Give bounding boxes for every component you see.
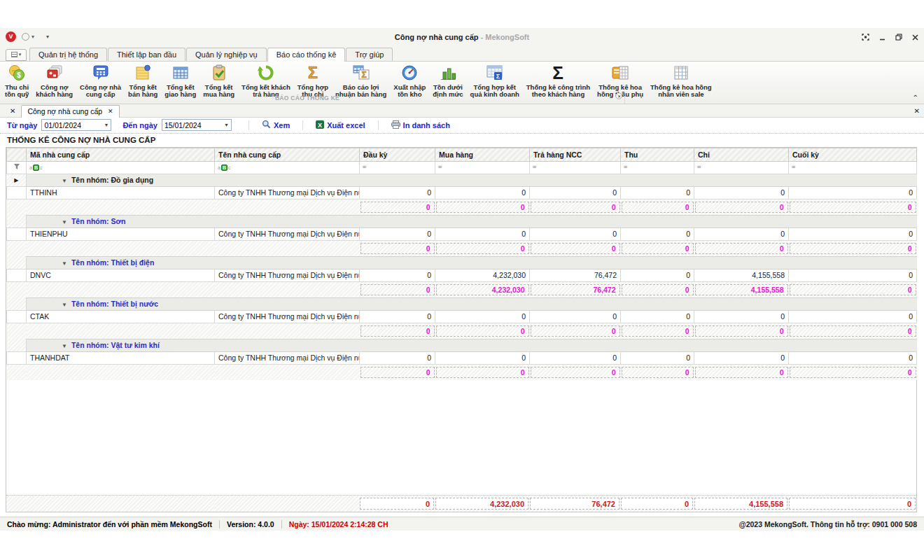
ribbon-collapse-icon[interactable]: ⌃	[913, 94, 918, 102]
group-row[interactable]: ▼Tên nhóm: Thiết bị điện	[7, 256, 917, 269]
group-total-empty	[215, 323, 360, 339]
filter-cell[interactable]: =	[621, 161, 694, 174]
group-header-label[interactable]: ▼Tên nhóm: Thiết bị nước	[27, 298, 917, 310]
ribbon-button[interactable]: ΣThống kê công trìnhtheo khách hàng	[523, 63, 594, 99]
group-row[interactable]: ▼Tên nhóm: Thiết bị nước	[7, 298, 917, 310]
ribbon-tab[interactable]: Thiết lập ban đầu	[108, 48, 186, 61]
ribbon-button[interactable]: Công nợkhách hàng	[32, 63, 76, 99]
ribbon-button[interactable]: Công nợ nhàcung cấp	[76, 63, 125, 99]
amount-cell: 0	[694, 186, 789, 199]
ribbon-tab[interactable]: Quản trị hệ thống	[29, 48, 107, 61]
collapse-triangle-icon[interactable]: ▼	[62, 260, 67, 267]
close-icon[interactable]	[912, 34, 918, 41]
group-row[interactable]: ▼Tên nhóm: Sơn	[7, 215, 917, 227]
group-row[interactable]: ▼Tên nhóm: Vật tư kim khí	[7, 339, 917, 351]
column-header[interactable]: Mã nhà cung cấp	[27, 148, 215, 161]
ribbon-button[interactable]: Tồn dướiđịnh mức	[429, 63, 466, 99]
group-total-indicator	[7, 364, 27, 380]
supplier-debt-grid: Mã nhà cung cấpTên nhà cung cấpĐầu kỳMua…	[6, 147, 917, 512]
minimize-icon[interactable]	[879, 34, 886, 41]
group-header-label[interactable]: ▼Tên nhóm: Thiết bị điện	[27, 256, 917, 269]
amount-cell: 0	[360, 351, 435, 364]
view-button[interactable]: Xem	[259, 120, 293, 130]
column-header[interactable]: Mua hàng	[435, 148, 530, 161]
ribbon-button[interactable]: Tổng kếtgiao hàng	[161, 63, 200, 99]
restore-icon[interactable]	[895, 34, 902, 41]
chevron-down-icon[interactable]: ▼	[104, 122, 108, 127]
group-row[interactable]: ▶▼Tên nhóm: Đồ gia dụng	[7, 174, 917, 186]
group-total-value: 0	[530, 323, 621, 339]
filter-cell[interactable]: aBc	[215, 161, 360, 174]
ribbon-tab[interactable]: Báo cáo thống kê	[267, 48, 346, 62]
filter-cell[interactable]: =	[435, 161, 530, 174]
group-header-label[interactable]: ▼Tên nhóm: Sơn	[27, 215, 917, 227]
close-all-tabs-icon[interactable]: ✕	[4, 107, 21, 117]
filter-cell[interactable]: =	[694, 161, 789, 174]
to-date-input[interactable]	[164, 121, 220, 130]
amount-cell: 0	[789, 186, 917, 199]
amount-cell: 4,155,558	[694, 269, 789, 281]
group-total-empty	[27, 364, 215, 380]
column-header[interactable]: Đầu kỳ	[360, 148, 435, 161]
ribbon-button[interactable]: Tổng kếtbán hàng	[125, 63, 161, 99]
ribbon-button[interactable]: $Thu chitồn quỹ	[1, 63, 32, 99]
collapse-triangle-icon[interactable]: ▼	[62, 178, 67, 184]
current-row-indicator	[7, 339, 27, 351]
sales-note-icon	[134, 64, 152, 83]
collapse-triangle-icon[interactable]: ▼	[62, 302, 67, 308]
ribbon-button[interactable]: Xuất nhậptồn kho	[390, 63, 429, 99]
supplier-code-cell: THIENPHU	[27, 227, 215, 240]
current-row-indicator: ▶	[7, 174, 27, 186]
auto-filter-row[interactable]: aBcaBc======	[7, 161, 917, 174]
amount-cell: 0	[530, 310, 621, 323]
group-total-value: 4,155,558	[694, 281, 789, 298]
ribbon-button[interactable]: ΣBáo cáo lợinhuận bán hàng	[332, 63, 390, 99]
ribbon-button[interactable]: Tổng kếtmua hàng	[200, 63, 238, 99]
collapse-triangle-icon[interactable]: ▼	[62, 343, 67, 349]
strip-close-icon[interactable]: ✕	[914, 107, 920, 115]
dialog-launcher-icon[interactable]	[615, 90, 622, 102]
supplier-row[interactable]: THIENPHUCông ty TNHH Thương mại Dịch vụ …	[7, 227, 917, 240]
group-header-label[interactable]: ▼Tên nhóm: Vật tư kim khí	[27, 339, 917, 351]
supplier-name-cell: Công ty TNHH Thương mại Dịch vụ Điện nướ…	[215, 186, 360, 199]
group-total-value: 0	[621, 281, 694, 298]
app-menu-button[interactable]: ▾	[6, 49, 27, 61]
ribbon-button[interactable]: ΣTổng hợpthu chi	[294, 63, 332, 99]
column-header[interactable]: Cuối kỳ	[789, 148, 917, 161]
ribbon-tab[interactable]: Trợ giúp	[346, 48, 393, 61]
commission-card-icon	[611, 64, 629, 83]
grand-total-indicator	[6, 496, 26, 512]
amount-cell: 0	[530, 227, 621, 240]
fullscreen-icon[interactable]	[862, 34, 869, 41]
ribbon-button[interactable]: ΣTổng hợp kếtquả kinh doanh	[467, 63, 523, 99]
chevron-down-icon[interactable]: ▼	[224, 122, 229, 127]
column-header[interactable]: Chi	[694, 148, 789, 161]
print-list-button[interactable]: In danh sách	[388, 120, 453, 130]
from-date-input[interactable]	[44, 121, 100, 130]
tab-close-icon[interactable]: ✕	[108, 108, 113, 115]
svg-text:$: $	[17, 71, 21, 79]
column-header[interactable]: Tên nhà cung cấp	[215, 148, 360, 161]
filter-cell[interactable]: =	[530, 161, 621, 174]
ribbon-button[interactable]: Tổng kết kháchtrả hàng	[238, 63, 294, 99]
to-date-field[interactable]: ▼	[162, 119, 232, 131]
export-excel-button[interactable]: X Xuất excel	[313, 120, 368, 130]
supplier-row[interactable]: CTAKCông ty TNHH Thương mại Dịch vụ Điện…	[7, 310, 917, 323]
column-header[interactable]: Trả hàng NCC	[530, 148, 621, 161]
group-header-label[interactable]: ▼Tên nhóm: Đồ gia dụng	[27, 174, 917, 186]
svg-text:X: X	[318, 121, 322, 128]
document-tab[interactable]: Công nợ nhà cung cấp ✕	[21, 105, 119, 118]
supplier-row[interactable]: DNVCCông ty TNHH Thương mại Dịch vụ Điện…	[7, 269, 917, 281]
filter-cell[interactable]: aBc	[27, 161, 215, 174]
supplier-row[interactable]: THANHDATCông ty TNHH Thương mại Dịch vụ …	[7, 351, 917, 364]
filter-cell[interactable]: =	[789, 161, 917, 174]
column-header[interactable]: Thu	[621, 148, 694, 161]
ribbon-button[interactable]: Thống kê hoa hồngnhân viên sale	[647, 63, 715, 99]
collapse-triangle-icon[interactable]: ▼	[62, 219, 67, 225]
supplier-row[interactable]: TTHINHCông ty TNHH Thương mại Dịch vụ Đi…	[7, 186, 917, 199]
ribbon-tab[interactable]: Quản lý nghiệp vụ	[186, 48, 267, 61]
filter-cell[interactable]: =	[360, 161, 435, 174]
from-date-field[interactable]: ▼	[41, 119, 111, 131]
supplier-code-cell: DNVC	[27, 269, 215, 281]
group-total-empty	[27, 281, 215, 298]
